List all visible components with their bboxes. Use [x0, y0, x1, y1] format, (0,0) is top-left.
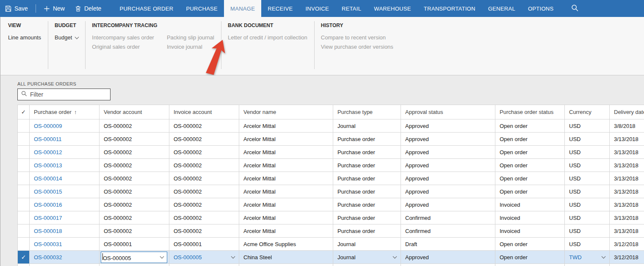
manage-ribbon-flyout: VIEWLine amountsBUDGETBudgetINTERCOMPANY…	[0, 17, 644, 75]
purchase-orders-grid: ✓Purchase order↑Vendor accountInvoice ac…	[17, 105, 644, 266]
purchase-order-link[interactable]: OS-000012	[30, 146, 100, 159]
tab-warehouse[interactable]: WAREHOUSE	[368, 0, 417, 17]
grid-row-OS-000017[interactable]: OS-000017OS-000002OS-000002Arcelor Mitta…	[18, 211, 644, 224]
new-button[interactable]: New	[39, 0, 70, 17]
purchase-order-link[interactable]: OS-000018	[30, 224, 100, 238]
vendor-name-cell: Arcelor Mittal	[239, 146, 333, 159]
delivery-date-cell: 3/13/2018	[610, 133, 644, 146]
vendor-name-cell: Acme Office Supplies	[239, 238, 333, 251]
tab-purchase[interactable]: PURCHASE	[180, 0, 224, 17]
purchase-order-link[interactable]: OS-000009	[30, 119, 100, 133]
purchase-order-status-cell: Open order	[495, 185, 565, 198]
grid-row-OS-000014[interactable]: OS-000014OS-000002OS-000002Arcelor Mitta…	[18, 172, 644, 185]
chevron-down-icon	[393, 254, 397, 258]
column-header-purchase-order[interactable]: Purchase order↑	[30, 105, 100, 119]
delete-button[interactable]: Delete	[70, 0, 106, 17]
tab-options[interactable]: OPTIONS	[522, 0, 560, 17]
column-header-select[interactable]: ✓	[18, 105, 30, 119]
purchase-order-link[interactable]: OS-000011	[30, 133, 100, 146]
row-select-cell[interactable]: ✓	[18, 251, 30, 264]
grid-row-OS-000013[interactable]: OS-000013OS-000002OS-000002Arcelor Mitta…	[18, 159, 644, 172]
intercompany-sales-order-button[interactable]: Intercompany sales order	[92, 33, 154, 42]
vendor-account-cell: OS-000002	[100, 119, 169, 133]
letter-of-credit-import-collection-button[interactable]: Letter of credit / import collection	[228, 33, 307, 42]
purchase-order-link[interactable]: OS-000014	[30, 172, 100, 185]
currency-cell: USD	[565, 133, 610, 146]
tab-receive[interactable]: RECEIVE	[261, 0, 299, 17]
vendor-account-combobox[interactable]: OS-000005	[101, 252, 167, 263]
invoice-account-cell: OS-000002	[169, 172, 239, 185]
grid-row-OS-000031[interactable]: OS-000031OS-000001OS-000001Acme Office S…	[18, 238, 644, 251]
vendor-name-cell: Arcelor Mittal	[239, 224, 333, 238]
approval-status-cell: Approved	[401, 185, 495, 198]
command-separator	[36, 4, 36, 13]
budget-button[interactable]: Budget	[55, 33, 78, 42]
delivery-date-cell: 3/13/2018	[610, 146, 644, 159]
ribbon-search-button[interactable]	[565, 0, 584, 17]
vendor-account-cell[interactable]: OS-000005	[100, 251, 169, 264]
row-select-cell[interactable]	[18, 211, 30, 224]
all-purchase-orders-panel: ALL PURCHASE ORDERS ✓Purchase order↑Vend…	[0, 75, 644, 266]
column-header-vendor-account[interactable]: Vendor account	[100, 105, 169, 119]
grid-row-OS-000016[interactable]: OS-000016OS-000002OS-000002Arcelor Mitta…	[18, 198, 644, 211]
grid-row-OS-000015[interactable]: OS-000015OS-000002OS-000002Arcelor Mitta…	[18, 185, 644, 198]
purchase-order-status-cell: Open order	[495, 133, 565, 146]
row-select-cell[interactable]	[18, 146, 30, 159]
row-select-cell[interactable]	[18, 185, 30, 198]
purchase-order-link[interactable]: OS-000017	[30, 211, 100, 224]
original-sales-order-button[interactable]: Original sales order	[92, 42, 154, 52]
grid-row-OS-000009[interactable]: OS-000009OS-000002OS-000002Arcelor Mitta…	[18, 119, 644, 133]
invoice-account-cell[interactable]: OS-000005	[169, 251, 239, 264]
purchase-order-status-cell: Invoiced	[495, 198, 565, 211]
row-select-cell[interactable]	[18, 238, 30, 251]
vendor-name-cell: Arcelor Mittal	[239, 159, 333, 172]
row-select-cell[interactable]	[18, 119, 30, 133]
filter-input[interactable]	[30, 91, 107, 98]
delivery-date-cell: 3/12/2018	[610, 251, 644, 264]
ribbon-group-title: INTERCOMPANY TRACING	[92, 22, 214, 28]
column-header-approval-status[interactable]: Approval status	[401, 105, 495, 119]
purchase-order-link[interactable]: OS-000032	[30, 251, 100, 264]
purchase-type-cell: Purchase order	[333, 211, 401, 224]
row-select-cell[interactable]	[18, 133, 30, 146]
invoice-account-cell: OS-000001	[169, 238, 239, 251]
purchase-order-link[interactable]: OS-000015	[30, 185, 100, 198]
column-header-delivery-date[interactable]: Delivery date	[610, 105, 644, 119]
vendor-account-cell: OS-000002	[100, 211, 169, 224]
approval-status-cell: Approved	[401, 172, 495, 185]
chevron-down-icon	[160, 254, 164, 258]
view-purchase-order-versions-button[interactable]: View purchase order versions	[321, 42, 393, 52]
tab-transportation[interactable]: TRANSPORTATION	[417, 0, 482, 17]
purchase-order-link[interactable]: OS-000031	[30, 238, 100, 251]
tab-invoice[interactable]: INVOICE	[299, 0, 335, 17]
tab-general[interactable]: GENERAL	[482, 0, 522, 17]
row-select-cell[interactable]	[18, 159, 30, 172]
grid-caption: ALL PURCHASE ORDERS	[17, 81, 76, 86]
grid-row-OS-000018[interactable]: OS-000018OS-000002OS-000002Arcelor Mitta…	[18, 224, 644, 238]
column-header-purchase-order-status[interactable]: Purchase order status	[495, 105, 565, 119]
grid-row-OS-000011[interactable]: OS-000011OS-000002OS-000002Arcelor Mitta…	[18, 133, 644, 146]
column-header-currency[interactable]: Currency	[565, 105, 610, 119]
approval-status-cell: Approved	[401, 159, 495, 172]
tab-manage[interactable]: MANAGE	[224, 0, 261, 17]
tab-retail[interactable]: RETAIL	[335, 0, 368, 17]
purchase-order-link[interactable]: OS-000013	[30, 159, 100, 172]
column-header-purchase-type[interactable]: Purchase type	[333, 105, 401, 119]
row-select-cell[interactable]	[18, 172, 30, 185]
grid-filter-box[interactable]	[17, 89, 111, 100]
save-button[interactable]: Save	[0, 0, 33, 17]
grid-row-OS-000012[interactable]: OS-000012OS-000002OS-000002Arcelor Mitta…	[18, 146, 644, 159]
row-select-cell[interactable]	[18, 198, 30, 211]
delivery-date-cell: 3/12/2018	[610, 238, 644, 251]
grid-row-OS-000032[interactable]: ✓OS-000032OS-000005OS-000005China SteelJ…	[18, 251, 644, 264]
currency-cell[interactable]: TWD	[565, 251, 610, 264]
column-header-invoice-account[interactable]: Invoice account	[169, 105, 239, 119]
row-select-cell[interactable]	[18, 224, 30, 238]
line-amounts-button[interactable]: Line amounts	[8, 33, 41, 42]
purchase-order-link[interactable]: OS-000016	[30, 198, 100, 211]
vendor-name-cell: Arcelor Mittal	[239, 172, 333, 185]
tab-purchase-order[interactable]: PURCHASE ORDER	[113, 0, 180, 17]
column-header-vendor-name[interactable]: Vendor name	[239, 105, 333, 119]
compare-to-recent-version-button[interactable]: Compare to recent version	[321, 33, 393, 42]
purchase-type-cell[interactable]: Journal	[333, 251, 401, 264]
